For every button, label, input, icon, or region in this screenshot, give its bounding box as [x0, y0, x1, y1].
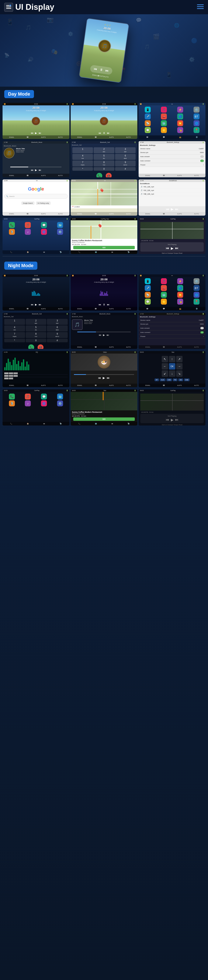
- bt-next[interactable]: ⏭: [39, 169, 41, 172]
- auto-answer-toggle[interactable]: ○: [200, 155, 204, 158]
- carplay-phone[interactable]: 📞: [9, 222, 15, 228]
- night-controls-1[interactable]: ⏮ ▶ ⏭: [31, 302, 41, 307]
- night-btn-2[interactable]: AUX: [160, 379, 165, 381]
- nav-arrow-up[interactable]: ↑: [169, 356, 175, 362]
- carplay-waze[interactable]: 🌀: [41, 229, 47, 235]
- dial-5[interactable]: 5JKL: [94, 154, 114, 160]
- app-icon-16[interactable]: 📍: [194, 127, 200, 133]
- next-icon[interactable]: ⏭: [107, 132, 110, 135]
- video-controls[interactable]: ⏮ ▶ ⏭: [98, 375, 110, 380]
- app-icon-8[interactable]: BT: [194, 113, 200, 119]
- pause-icon[interactable]: ⏸: [103, 132, 105, 135]
- night-app-11[interactable]: ▶️: [177, 292, 183, 298]
- next-btn[interactable]: ⏭: [105, 68, 109, 73]
- night-cp-podcast[interactable]: 🎙️: [9, 400, 15, 406]
- app-icon-2[interactable]: 🎵: [161, 107, 167, 113]
- n-btm-play[interactable]: ▶: [103, 334, 105, 337]
- night-app-9[interactable]: 📡: [145, 292, 151, 298]
- dial-0[interactable]: 0: [94, 167, 114, 171]
- night-dial-5[interactable]: 5JKL: [26, 325, 46, 331]
- nav-arrow-left[interactable]: ←: [162, 363, 168, 369]
- prev-icon[interactable]: ⏮: [98, 132, 101, 135]
- go-button[interactable]: GO: [73, 246, 135, 249]
- vid-play[interactable]: ▶: [103, 376, 105, 380]
- night-btn-3[interactable]: USB: [166, 379, 172, 381]
- app-icon-11[interactable]: ▶️: [177, 120, 183, 126]
- app-icon-3[interactable]: ⚡: [177, 107, 183, 113]
- carplay-messages[interactable]: 💬: [41, 222, 47, 228]
- night-cp-waze[interactable]: 🌀: [41, 400, 47, 406]
- dial-star[interactable]: *: [72, 167, 93, 171]
- night-cp-maps[interactable]: 🗺️: [57, 394, 63, 399]
- night-cp-spotify[interactable]: ♪: [25, 400, 31, 406]
- n-btm-next[interactable]: ⏭: [107, 334, 109, 337]
- music-item-1[interactable]: 🎵 华东_龙珠_mp4: [139, 185, 205, 189]
- np-play[interactable]: ▶: [171, 246, 173, 250]
- night-app-15[interactable]: 🎭: [177, 299, 183, 305]
- night-btm-controls[interactable]: ⏮ ▶ ⏭: [71, 333, 137, 337]
- night-app-13[interactable]: 💬: [145, 299, 151, 305]
- nav-arrow-down[interactable]: ↓: [169, 371, 175, 377]
- carplay-settings[interactable]: ⚙️: [57, 229, 63, 235]
- app-icon-6[interactable]: 🚗: [161, 113, 167, 119]
- night-dial-1[interactable]: 1: [4, 319, 25, 325]
- night-hangup-btn[interactable]: 📵: [38, 344, 44, 349]
- night-app-16[interactable]: 📍: [194, 299, 200, 305]
- player-controls[interactable]: ⏮ ▶ ⏭: [3, 131, 69, 135]
- np-prev[interactable]: ⏮: [166, 246, 169, 250]
- night-app-10[interactable]: 🗺️: [161, 292, 167, 298]
- night-np-prev[interactable]: ⏮: [166, 418, 169, 422]
- dial-1[interactable]: 1: [72, 147, 93, 153]
- n-btm-prev[interactable]: ⏮: [99, 334, 101, 337]
- prev-btn[interactable]: ⏮: [93, 67, 97, 71]
- night-btn-6[interactable]: DAB: [184, 379, 189, 381]
- app-icon-13[interactable]: 💬: [145, 127, 151, 133]
- music-item-3[interactable]: 🎵 华夏_龙珠_mp3: [139, 192, 205, 196]
- night-btn-1[interactable]: BT: [154, 379, 159, 381]
- night-np-next[interactable]: ⏭: [175, 418, 178, 422]
- night-app-4[interactable]: ⚙️: [194, 278, 200, 284]
- google-search-box[interactable]: 🔍 Search: [4, 194, 68, 199]
- carplay-podcast[interactable]: 🎙️: [9, 229, 15, 235]
- lm-play[interactable]: ▶: [171, 207, 173, 211]
- night-cp-settings[interactable]: ⚙️: [57, 400, 63, 406]
- dial-6[interactable]: 6MNO: [115, 154, 136, 160]
- app-icon-15[interactable]: 🎭: [177, 127, 183, 133]
- lm-next[interactable]: ⏭: [175, 207, 178, 211]
- night-cp-phone[interactable]: 📞: [9, 394, 15, 399]
- night-controls-2[interactable]: ⏮ ⏸ ⏭: [98, 302, 110, 307]
- night-dial-7[interactable]: 7PQRS: [4, 332, 25, 338]
- night-dial-6[interactable]: 6MNO: [47, 325, 68, 331]
- carplay-music[interactable]: 🎵: [25, 222, 31, 228]
- night-app-3[interactable]: ⚡: [177, 278, 183, 284]
- night-app-8[interactable]: BT: [194, 285, 200, 291]
- n2-pause[interactable]: ⏸: [103, 303, 105, 306]
- nav-arrow-br[interactable]: ↘: [176, 371, 183, 377]
- dial-3[interactable]: 3DEF: [115, 147, 136, 153]
- night-call-btn[interactable]: 📞: [28, 344, 34, 349]
- night-btn-5[interactable]: AM: [178, 379, 183, 381]
- n1-play[interactable]: ▶: [35, 303, 37, 306]
- night-dial-star[interactable]: *: [4, 339, 25, 342]
- n1-prev[interactable]: ⏮: [31, 303, 33, 306]
- carplay-maps[interactable]: 🗺️: [57, 222, 63, 228]
- nav-arrow-bl[interactable]: ↙: [162, 371, 168, 377]
- night-go-button[interactable]: GO: [73, 417, 135, 421]
- night-dial-2[interactable]: 2ABC: [26, 319, 46, 325]
- night-app-14[interactable]: ⭐: [161, 299, 167, 305]
- hamburger-menu-icon[interactable]: [197, 4, 204, 11]
- dial-8[interactable]: 8TUV: [94, 161, 114, 167]
- nav-arrow-tl[interactable]: ↖: [162, 356, 168, 362]
- app-icon-9[interactable]: 📡: [145, 120, 151, 126]
- night-auto-connect-toggle[interactable]: ●: [200, 331, 204, 334]
- dial-hash[interactable]: #: [115, 167, 136, 171]
- music-item-2[interactable]: 🎵 华东_龙珠_mp4: [139, 189, 205, 192]
- next-icon[interactable]: ⏭: [39, 132, 41, 135]
- call-btn[interactable]: 📞: [96, 173, 102, 177]
- vid-prev[interactable]: ⏮: [98, 376, 101, 380]
- dial-7[interactable]: 7PQRS: [72, 161, 93, 167]
- dial-2[interactable]: 2ABC: [94, 147, 114, 153]
- play-icon[interactable]: ▶: [35, 132, 37, 135]
- night-app-6[interactable]: 🚗: [161, 285, 167, 291]
- app-icon-14[interactable]: ⭐: [161, 127, 167, 133]
